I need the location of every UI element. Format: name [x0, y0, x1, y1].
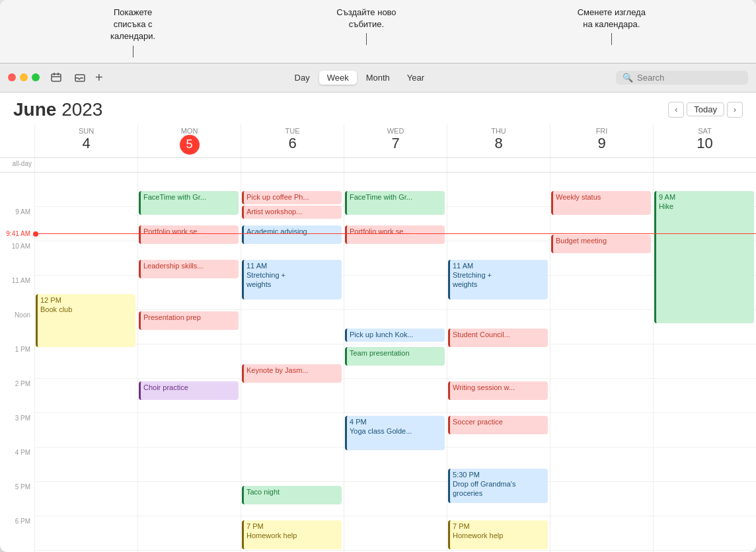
- hour-line-day2-15: [241, 413, 344, 448]
- hour-line-day2-14: [241, 379, 344, 413]
- event-4[interactable]: FaceTime with Gr...: [345, 191, 445, 215]
- event-5[interactable]: Weekly status: [551, 191, 651, 215]
- time-slot-14: 2 PM: [0, 379, 34, 413]
- event-13[interactable]: 12 PMBook club: [36, 294, 135, 347]
- event-11[interactable]: 11 AMStretching +weights: [242, 260, 342, 299]
- time-slot-12: Noon: [0, 310, 34, 344]
- day-headers: SUN 4 MON 5 TUE 6 WED 7 THU 8 FRI 9 SAT …: [0, 124, 756, 158]
- hour-line-day6-18: [654, 516, 756, 551]
- event-20[interactable]: Writing session w...: [448, 381, 548, 400]
- time-slot-18: 6 PM: [0, 516, 34, 551]
- hour-line-day3-11: [344, 276, 447, 310]
- close-button[interactable]: [8, 73, 16, 81]
- event-1[interactable]: FaceTime with Gr...: [139, 191, 239, 215]
- event-16[interactable]: Student Council...: [448, 329, 548, 347]
- event-17[interactable]: Team presentation: [345, 347, 445, 366]
- time-col-header: [0, 124, 34, 157]
- event-14[interactable]: Presentation prep: [139, 311, 239, 330]
- day-name-wed: WED: [344, 127, 447, 135]
- event-12[interactable]: 11 AMStretching +weights: [448, 260, 548, 299]
- view-day-button[interactable]: Day: [287, 71, 318, 85]
- event-25[interactable]: 7 PMHomework help: [242, 520, 342, 549]
- allday-fri: [550, 158, 653, 172]
- calendar-header: June 2023 ‹ Today ›: [0, 93, 756, 124]
- inbox-icon[interactable]: [73, 70, 87, 85]
- calendar-month: June: [13, 99, 56, 120]
- event-7[interactable]: Academic advising: [242, 225, 342, 244]
- day-col-sun: [34, 173, 137, 552]
- hour-line-day5-14: [550, 379, 653, 413]
- prev-button[interactable]: ‹: [668, 102, 684, 118]
- hour-line-day4-13: [447, 344, 550, 379]
- search-input[interactable]: [637, 73, 730, 83]
- titlebar: + Day Week Month Year 🔍: [0, 63, 756, 93]
- allday-sun: [34, 158, 137, 172]
- view-month-button[interactable]: Month: [358, 71, 398, 85]
- day-num-wed: 7: [344, 135, 447, 152]
- today-button[interactable]: Today: [687, 102, 724, 116]
- hour-line-day0-13: [35, 344, 137, 379]
- time-label-14: 2 PM: [15, 380, 30, 387]
- event-23[interactable]: Taco night: [242, 486, 342, 504]
- day-num-thu: 8: [447, 135, 550, 152]
- time-slot-16: 4 PM: [0, 448, 34, 482]
- time-label-17: 5 PM: [15, 483, 30, 491]
- day-num-fri: 9: [550, 135, 653, 152]
- event-22[interactable]: Soccer practice: [448, 416, 548, 434]
- view-year-button[interactable]: Year: [399, 71, 432, 85]
- time-label-16: 4 PM: [15, 449, 30, 456]
- event-10[interactable]: Leadership skills...: [139, 260, 239, 278]
- event-3[interactable]: Artist workshop...: [242, 206, 342, 219]
- day-name-mon: MON: [138, 127, 241, 135]
- hour-line-day3-16: [344, 448, 447, 482]
- event-24[interactable]: 5:30 PMDrop off Grandma'sgroceries: [448, 469, 548, 503]
- event-6[interactable]: Portfolio work se...: [139, 225, 239, 244]
- time-label-9: 9 AM: [15, 208, 30, 216]
- event-18[interactable]: Keynote by Jasm...: [242, 364, 342, 383]
- hour-line-day3-18: [344, 516, 447, 551]
- annotation-calendars-text: Покажетесписъка скалендари.: [110, 7, 155, 43]
- hour-line-day5-13: [550, 344, 653, 379]
- event-26[interactable]: 7 PMHomework help: [448, 520, 548, 549]
- hour-line-day6-16: [654, 448, 756, 482]
- event-9[interactable]: Budget meeting: [551, 235, 651, 253]
- time-label-18: 6 PM: [15, 518, 30, 525]
- event-8[interactable]: Portfolio work se...: [345, 225, 445, 244]
- day-header-wed: WED 7: [344, 124, 447, 157]
- annotation-view-change: Сменете изгледана календара.: [578, 7, 646, 58]
- hour-line-day5-15: [550, 413, 653, 448]
- hour-line-day1-17: [138, 482, 241, 516]
- time-label-12: Noon: [15, 311, 30, 319]
- calendar-body[interactable]: 9 AM10 AM11 AMNoon1 PM2 PM3 PM4 PM5 PM6 …: [0, 173, 756, 552]
- hour-line-day3-10: [344, 241, 447, 276]
- day-header-sun: SUN 4: [34, 124, 137, 157]
- annotation-view-change-text: Сменете изгледана календара.: [578, 7, 646, 30]
- minimize-button[interactable]: [20, 73, 28, 81]
- day-name-sun: SUN: [35, 127, 137, 135]
- hour-line-day5-17: [550, 482, 653, 516]
- hour-line-day0-14: [35, 379, 137, 413]
- next-button[interactable]: ›: [727, 102, 743, 118]
- titlebar-right: 🔍: [616, 71, 748, 85]
- hour-line-day5-16: [550, 448, 653, 482]
- maximize-button[interactable]: [32, 73, 40, 81]
- hour-line-day1-18: [138, 516, 241, 551]
- calendars-icon[interactable]: [49, 70, 63, 85]
- view-switcher: Day Week Month Year: [108, 71, 611, 85]
- hour-line-day6-17: [654, 482, 756, 516]
- time-slot-15: 3 PM: [0, 413, 34, 448]
- event-2[interactable]: Pick up coffee Ph...: [242, 191, 342, 204]
- traffic-lights: [8, 73, 40, 81]
- add-event-button[interactable]: +: [95, 70, 103, 85]
- event-19[interactable]: Choir practice: [139, 381, 239, 400]
- day-name-sat: SAT: [654, 127, 756, 135]
- day-header-tue: TUE 6: [241, 124, 344, 157]
- search-box[interactable]: 🔍: [616, 71, 748, 85]
- view-week-button[interactable]: Week: [319, 71, 357, 85]
- event-15[interactable]: Pick up lunch Kok...: [345, 329, 445, 342]
- allday-thu: [447, 158, 550, 172]
- allday-wed: [344, 158, 447, 172]
- event-27[interactable]: 9 AMHike: [654, 191, 754, 323]
- event-21[interactable]: 4 PMYoga class Golde...: [345, 416, 445, 450]
- hour-line-day6-15: [654, 413, 756, 448]
